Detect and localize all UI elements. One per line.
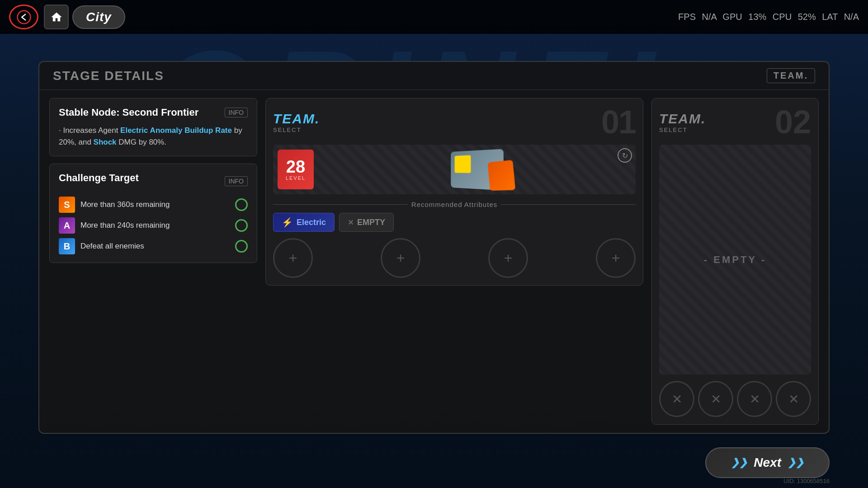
team2-label-group: TEAM. SELECT bbox=[659, 111, 706, 133]
home-button[interactable] bbox=[44, 5, 69, 29]
character-art bbox=[319, 149, 631, 190]
reload-button[interactable]: ↻ bbox=[618, 148, 632, 163]
team1-select-label: SELECT bbox=[273, 127, 320, 133]
next-label: Next bbox=[754, 455, 781, 470]
x-button-1[interactable]: ✕ bbox=[659, 381, 694, 417]
performance-info: FPS N/A GPU 13% CPU 52% LAT N/A bbox=[675, 12, 859, 22]
team1-label: TEAM. bbox=[273, 111, 320, 127]
x-button-4[interactable]: ✕ bbox=[776, 381, 811, 417]
char-body-shape bbox=[451, 149, 504, 190]
team2-select-label: SELECT bbox=[659, 127, 706, 133]
character-level: 28 bbox=[286, 158, 305, 175]
desc-suffix: DMG by 80%. bbox=[117, 138, 167, 146]
team1-slot: TEAM. SELECT 01 28 LEVEL bbox=[265, 98, 643, 286]
cpu-value: 52% bbox=[798, 12, 816, 22]
challenge-item-s: S More than 360s remaining bbox=[59, 197, 248, 213]
char-orange-shape bbox=[488, 160, 516, 190]
rank-b-badge: B bbox=[59, 238, 75, 254]
team2-header: TEAM. SELECT 02 bbox=[659, 106, 811, 138]
check-s bbox=[235, 198, 248, 211]
fps-value: N/A bbox=[702, 12, 717, 22]
team2-number: 02 bbox=[775, 106, 811, 138]
stage-description: · Increases Agent Electric Anomaly Build… bbox=[59, 125, 248, 148]
next-chevrons-left: ❯❯ bbox=[731, 457, 747, 469]
challenge-item-b: B Defeat all enemies bbox=[59, 238, 248, 254]
team-header-button[interactable]: TEAM. bbox=[767, 68, 815, 83]
challenge-s-text: More than 360s remaining bbox=[80, 200, 230, 210]
character-display: 28 LEVEL ↻ bbox=[273, 145, 636, 194]
back-button[interactable] bbox=[9, 5, 38, 29]
next-chevrons-right: ❯❯ bbox=[788, 457, 804, 469]
challenge-item-a: A More than 240s remaining bbox=[59, 217, 248, 234]
desc-prefix: · Increases Agent bbox=[59, 126, 120, 135]
top-bar: City FPS N/A GPU 13% CPU 52% LAT N/A bbox=[0, 0, 868, 34]
lat-label: LAT bbox=[822, 12, 838, 22]
electric-label: Electric bbox=[297, 218, 326, 227]
x-buttons-group: ✕ ✕ ✕ ✕ bbox=[659, 381, 811, 417]
fps-label: FPS bbox=[678, 12, 696, 22]
empty-area: - EMPTY - bbox=[659, 145, 811, 375]
level-text: LEVEL bbox=[286, 175, 306, 181]
challenge-header: Challenge Target INFO bbox=[59, 172, 248, 190]
location-label: City bbox=[72, 5, 125, 29]
add-button-1[interactable]: + bbox=[273, 238, 313, 278]
challenge-list: S More than 360s remaining A More than 2… bbox=[59, 197, 248, 254]
challenge-b-text: Defeat all enemies bbox=[80, 241, 230, 251]
stable-node-title: Stable Node: Second Frontier bbox=[59, 107, 198, 118]
rank-s-badge: S bbox=[59, 197, 75, 213]
check-b bbox=[235, 240, 248, 253]
attribute-tags: ⚡ Electric ✕ EMPTY bbox=[273, 213, 636, 232]
desc-highlight1: Electric Anomaly Buildup Rate bbox=[120, 126, 232, 135]
next-button[interactable]: ❯❯ Next ❯❯ bbox=[705, 447, 830, 478]
left-section: Stable Node: Second Frontier INFO · Incr… bbox=[49, 98, 257, 425]
panel-header: Stage Details TEAM. bbox=[39, 62, 829, 90]
lat-value: N/A bbox=[844, 12, 859, 22]
level-badge: 28 LEVEL bbox=[278, 150, 314, 189]
stable-node-box: Stable Node: Second Frontier INFO · Incr… bbox=[49, 98, 257, 156]
empty-attr-label: EMPTY bbox=[357, 218, 385, 227]
electric-icon: ⚡ bbox=[282, 217, 293, 228]
empty-attr-tag: ✕ EMPTY bbox=[339, 213, 394, 232]
add-buttons-group: + + + + bbox=[273, 238, 636, 278]
add-button-4[interactable]: + bbox=[596, 238, 636, 278]
x-button-2[interactable]: ✕ bbox=[698, 381, 733, 417]
char-accent-shape bbox=[455, 155, 471, 173]
recommended-section: Recommended Attributes ⚡ Electric ✕ EMPT… bbox=[273, 201, 636, 232]
team2-slot: TEAM. SELECT 02 - EMPTY - ✕ ✕ ✕ ✕ bbox=[651, 98, 819, 425]
add-button-2[interactable]: + bbox=[381, 238, 420, 278]
challenge-tag[interactable]: INFO bbox=[225, 176, 248, 186]
cpu-label: CPU bbox=[773, 12, 792, 22]
challenge-title: Challenge Target bbox=[59, 172, 139, 184]
team1-section: TEAM. SELECT 01 28 LEVEL bbox=[265, 98, 643, 425]
rank-a-badge: A bbox=[59, 217, 75, 234]
team1-number: 01 bbox=[601, 106, 636, 138]
challenge-box: Challenge Target INFO S More than 360s r… bbox=[49, 164, 257, 263]
main-panel: Stage Details TEAM. Stable Node: Second … bbox=[38, 61, 830, 434]
panel-body: Stable Node: Second Frontier INFO · Incr… bbox=[39, 90, 829, 433]
challenge-a-text: More than 240s remaining bbox=[80, 221, 230, 230]
x-button-3[interactable]: ✕ bbox=[737, 381, 772, 417]
team1-label-group: TEAM. SELECT bbox=[273, 111, 320, 133]
x-attr-icon: ✕ bbox=[348, 218, 354, 227]
panel-title: Stage Details bbox=[53, 69, 164, 83]
team1-header: TEAM. SELECT 01 bbox=[273, 106, 636, 138]
team2-label: TEAM. bbox=[659, 111, 706, 127]
electric-attr-tag: ⚡ Electric bbox=[273, 213, 335, 232]
empty-text: - EMPTY - bbox=[704, 254, 766, 266]
gpu-value: 13% bbox=[748, 12, 766, 22]
svg-point-0 bbox=[17, 10, 30, 23]
check-a bbox=[235, 219, 248, 232]
recommended-label: Recommended Attributes bbox=[273, 201, 636, 208]
add-button-3[interactable]: + bbox=[488, 238, 528, 278]
team2-section: TEAM. SELECT 02 - EMPTY - ✕ ✕ ✕ ✕ bbox=[651, 98, 819, 425]
uid-text: UID: 1300658516 bbox=[783, 478, 830, 484]
desc-highlight2: Shock bbox=[94, 138, 117, 146]
stable-node-header: Stable Node: Second Frontier INFO bbox=[59, 107, 248, 118]
gpu-label: GPU bbox=[722, 12, 742, 22]
stable-node-tag[interactable]: INFO bbox=[225, 108, 248, 117]
